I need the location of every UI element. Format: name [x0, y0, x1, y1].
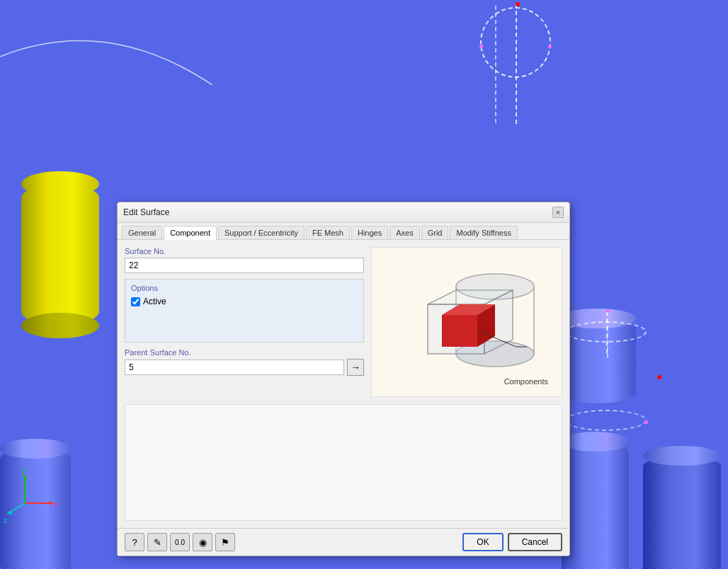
dashed-circle-right-middle [565, 321, 647, 343]
svg-marker-3 [50, 501, 53, 505]
pink-dot-right-middle [606, 309, 610, 313]
svg-text:x: x [55, 500, 58, 507]
svg-marker-6 [23, 475, 27, 478]
parent-surface-row: → [125, 359, 364, 376]
tab-support-eccentricity[interactable]: Support / Eccentricity [218, 226, 305, 239]
tab-component[interactable]: Component [164, 226, 217, 240]
tab-hinges[interactable]: Hinges [351, 226, 388, 239]
arrow-right-icon: → [351, 362, 360, 373]
dashed-circle-bottom-right [565, 410, 647, 431]
svg-rect-18 [442, 315, 477, 347]
coordinate-axes: x y z [4, 468, 60, 527]
tab-bar: General Component Support / Eccentricity… [118, 223, 569, 240]
svg-text:y: y [21, 468, 25, 475]
ok-button[interactable]: OK [462, 533, 503, 551]
dialog-toolbar: ? ✎ 0.0 ◉ ⚑ OK Cancel [118, 528, 569, 556]
close-button[interactable]: × [552, 207, 564, 218]
edit-button[interactable]: ✎ [147, 533, 167, 551]
component-illustration: Components [385, 255, 548, 389]
tab-grid[interactable]: Grid [421, 226, 449, 239]
info-area [125, 404, 562, 521]
flag-button[interactable]: ⚑ [215, 533, 235, 551]
tab-general[interactable]: General [122, 226, 162, 239]
blue-cylinder-bottom-right-2 [643, 456, 721, 569]
yellow-cylinder-3d [21, 184, 99, 326]
active-checkbox[interactable] [131, 297, 140, 306]
tab-modify-stiffness[interactable]: Modify Stiffness [450, 226, 517, 239]
surface-no-group: Surface No. [125, 247, 364, 273]
active-label: Active [143, 297, 166, 306]
dialog-title: Edit Surface [123, 207, 169, 217]
parent-surface-label: Parent Surface No. [125, 348, 364, 357]
cancel-button[interactable]: Cancel [508, 533, 562, 551]
pink-dot-bottom-right [644, 420, 648, 424]
help-icon: ? [132, 537, 137, 548]
surface-no-label: Surface No. [125, 247, 364, 255]
surface-no-input[interactable] [125, 258, 364, 273]
pink-dot-top-right-2 [479, 45, 483, 48]
illustration-panel: Components [371, 247, 562, 397]
red-dot-right-middle [657, 375, 661, 379]
active-checkbox-row: Active [131, 297, 358, 306]
view-button[interactable]: ◉ [193, 533, 212, 551]
eye-icon: ◉ [199, 537, 207, 548]
dialog-titlebar: Edit Surface × [118, 202, 569, 223]
options-header: Options [131, 284, 358, 292]
table-icon: 0.0 [175, 539, 185, 546]
parent-surface-button[interactable]: → [347, 359, 364, 376]
parent-surface-group: Parent Surface No. → [125, 348, 364, 376]
flag-icon: ⚑ [221, 537, 229, 548]
component-svg [385, 255, 548, 379]
pink-dot-top-right-1 [548, 45, 552, 48]
dialog-left-panel: Surface No. Options Active Parent Surfac… [125, 247, 364, 397]
blue-cylinder-bottom-right-1 [562, 442, 629, 569]
edit-surface-dialog: Edit Surface × General Component Support… [117, 202, 570, 556]
dialog-body: Surface No. Options Active Parent Surfac… [118, 240, 569, 404]
options-panel: Options Active [125, 279, 364, 343]
parent-surface-input[interactable] [125, 360, 344, 375]
illustration-caption: Components [504, 377, 548, 386]
tab-fe-mesh[interactable]: FE Mesh [306, 226, 350, 239]
toolbar-left: ? ✎ 0.0 ◉ ⚑ [125, 533, 235, 551]
red-dot-top-right [516, 2, 520, 6]
help-button[interactable]: ? [125, 533, 144, 551]
toolbar-right: OK Cancel [462, 533, 562, 551]
table-button[interactable]: 0.0 [170, 533, 190, 551]
tab-axes[interactable]: Axes [389, 226, 419, 239]
dashed-circle-top-right [480, 7, 551, 78]
edit-icon: ✎ [154, 537, 161, 548]
svg-text:z: z [4, 517, 7, 524]
